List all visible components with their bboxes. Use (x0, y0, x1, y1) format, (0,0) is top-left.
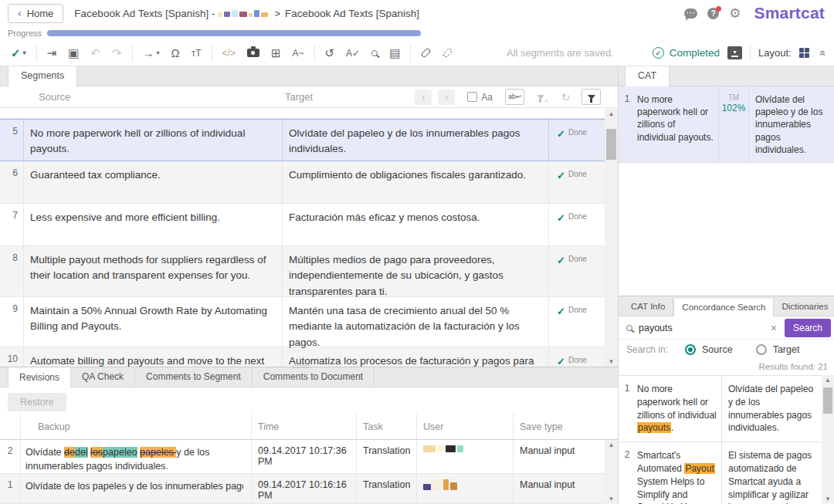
scroll-down-arrow[interactable]: ▼ (605, 494, 618, 504)
revision-row[interactable]: 1 Olvídate de los papeles y de los innum… (0, 474, 605, 504)
help-icon[interactable]: ? (707, 8, 719, 19)
segment-source[interactable]: Multiple payout methods for suppliers re… (23, 246, 282, 296)
segments-table-header: Source Target ‹ › Aa ab↩ × ↻ (0, 86, 618, 108)
result-target: El sistema de pagos automatizado de Smar… (722, 442, 822, 504)
tab-cat-info[interactable]: CAT Info (623, 298, 673, 316)
search-segments-icon[interactable] (371, 50, 378, 56)
completed-status-button[interactable]: ✓ Completed (653, 47, 720, 59)
scrollbar-thumb[interactable] (823, 387, 832, 414)
undo-icon[interactable]: ↶ (90, 47, 100, 59)
tab-comments-to-segment[interactable]: Comments to Segment (135, 367, 253, 387)
breadcrumb-current-document[interactable]: Facebook Ad Texts [Spanish] (285, 8, 419, 19)
spellcheck-icon[interactable]: A✓ (346, 49, 360, 58)
panel-splitter-handle[interactable] (292, 364, 310, 369)
special-characters-icon[interactable]: Ω (171, 47, 180, 59)
segment-target[interactable]: Mantén una tasa de crecimiento anual del… (282, 297, 548, 347)
clear-filter-icon[interactable]: × (531, 89, 550, 105)
segment-row-6[interactable]: 6 Guaranteed tax compliance. Cumplimient… (0, 161, 605, 204)
segment-row-9[interactable]: 9 Maintain a 50% Annual Growth Rate by A… (0, 297, 605, 347)
dictionary-icon[interactable]: ▤ (389, 47, 400, 59)
scroll-up-arrow[interactable]: ▲ (605, 440, 618, 450)
scroll-down-arrow[interactable]: ▼ (605, 357, 618, 367)
redacted-user-name (423, 479, 513, 490)
scroll-up-arrow[interactable]: ▲ (822, 375, 834, 385)
segment-target[interactable]: Olvídate del papeleo y de los innumerabl… (282, 120, 548, 161)
confirm-dropdown-caret[interactable]: ▾ (23, 50, 26, 56)
settings-gear-icon[interactable]: ⚙ (729, 7, 741, 20)
tab-cat[interactable]: CAT (625, 66, 670, 86)
header-right-icons: ··· ? ⚙ Smartcat (684, 4, 825, 22)
concordance-result-row[interactable]: 2 Smartcat's Automated Payout System Hel… (619, 442, 822, 504)
redacted-user-name (423, 445, 513, 452)
segment-row-5[interactable]: 5 No more paperwork hell or zillions of … (0, 119, 605, 161)
copy-source-to-target-icon[interactable]: ⇥ (47, 47, 57, 59)
home-button[interactable]: ‹ Home (8, 4, 63, 23)
redo-icon[interactable]: ↷ (112, 47, 122, 59)
scrollbar-thumb[interactable] (606, 129, 616, 160)
chat-icon[interactable]: ··· (684, 8, 697, 19)
confirm-segment-icon[interactable]: ✓▾ (11, 47, 26, 59)
cat-match-row[interactable]: 1 No more paperwork hell or zillions of … (619, 86, 834, 163)
segment-row-7[interactable]: 7 Less expensive and more efficient bill… (0, 204, 605, 246)
tab-concordance-search[interactable]: Concordance Search (673, 299, 774, 316)
link-segments-icon[interactable] (421, 47, 432, 58)
segment-target[interactable]: Múltiples medios de pago para proveedore… (282, 246, 548, 296)
tab-qa-check[interactable]: QA Check (71, 367, 135, 387)
segment-target[interactable]: Cumplimiento de obligaciones fiscales ga… (282, 161, 548, 203)
ocr-image-icon[interactable]: ▣ (68, 47, 79, 59)
scroll-down-arrow[interactable]: ▼ (822, 494, 834, 504)
export-download-icon[interactable]: ▼ (727, 46, 742, 59)
prev-search-result-button[interactable]: ‹ (415, 90, 432, 105)
tab-comments-to-document[interactable]: Comments to Document (253, 367, 375, 387)
target-radio[interactable] (756, 344, 767, 355)
filter-icon[interactable] (581, 89, 601, 105)
source-radio[interactable] (685, 344, 696, 355)
done-check-icon: ✓ (557, 128, 565, 140)
case-sensitive-checkbox[interactable] (467, 92, 477, 102)
layout-grid-icon[interactable] (799, 48, 810, 59)
text-size-icon[interactable]: тT (192, 49, 202, 58)
tab-segments[interactable]: Segments (8, 66, 77, 86)
segment-row-partial[interactable] (0, 109, 605, 119)
insert-tag-icon[interactable]: </> (222, 49, 236, 58)
search-button[interactable]: Search (785, 319, 831, 337)
tab-revisions[interactable]: Revisions (8, 367, 71, 387)
next-search-result-button[interactable]: › (438, 90, 455, 105)
add-document-icon[interactable]: ⊞ (271, 47, 281, 59)
goto-dropdown-caret[interactable]: ▾ (157, 50, 160, 56)
concordance-result-row[interactable]: 1 No more paperwork hell or zillions of … (619, 376, 822, 442)
segment-source[interactable]: Less expensive and more efficient billin… (23, 204, 282, 245)
scroll-up-arrow[interactable]: ▲ (605, 109, 618, 119)
concordance-search-row: × Search (619, 316, 834, 340)
tm-badge: TM (719, 93, 748, 102)
unlink-segments-icon[interactable] (442, 47, 453, 58)
back-chevron-icon: ‹ (18, 8, 22, 19)
tab-dictionaries[interactable]: Dictionaries (774, 298, 834, 316)
segment-source[interactable]: Automate billing and payouts and move to… (23, 347, 282, 367)
cat-match-target: Olvídate del papeleo y de los innumerabl… (749, 86, 834, 162)
restore-button[interactable]: Restore (8, 393, 66, 411)
segments-scrollbar[interactable]: ▲ ▼ (605, 109, 618, 367)
segment-source[interactable]: No more paperwork hell or zillions of in… (23, 120, 282, 161)
segment-target[interactable]: Facturación más eficaz y menos costosa. (282, 204, 548, 245)
clear-search-icon[interactable]: × (769, 322, 778, 334)
concordance-search-input[interactable] (639, 323, 763, 333)
done-label: Done (568, 255, 587, 263)
goto-segment-icon[interactable]: →▾ (143, 47, 160, 59)
target-radio-label[interactable]: Target (773, 344, 800, 355)
revisions-scrollbar[interactable]: ▲ ▼ (605, 440, 618, 504)
refresh-icon[interactable]: ↻ (556, 89, 575, 105)
revision-row[interactable]: 2 Olvídate dedel lospapeleo papeles y de… (0, 440, 605, 474)
rollback-icon[interactable]: ↺ (325, 47, 335, 59)
concordance-scrollbar[interactable]: ▲ ▼ (822, 375, 834, 504)
spelling-error-icon[interactable]: A~ (293, 49, 304, 58)
source-radio-label[interactable]: Source (702, 344, 733, 355)
segment-target[interactable]: Automatiza los procesos de facturación y… (282, 347, 548, 367)
collapse-toolbar-icon[interactable]: « (817, 50, 829, 56)
segment-row-8[interactable]: 8 Multiple payout methods for suppliers … (0, 246, 605, 297)
segment-number: 7 (0, 204, 23, 245)
segment-source[interactable]: Guaranteed tax compliance. (23, 161, 282, 203)
screenshot-icon[interactable] (247, 49, 259, 57)
wrap-text-icon[interactable]: ab↩ (505, 89, 524, 105)
segment-source[interactable]: Maintain a 50% Annual Growth Rate by Aut… (23, 297, 282, 347)
